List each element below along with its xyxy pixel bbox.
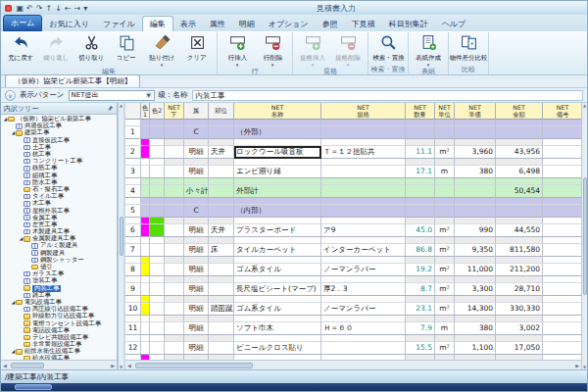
検索・置換-button[interactable]: 検索・置換 (370, 33, 406, 65)
cell-num[interactable]: 4 (125, 185, 141, 198)
cell-shita[interactable] (165, 303, 184, 316)
table-hscrollbar[interactable]: ◀▶ (125, 360, 581, 369)
cell-amount[interactable]: 43,956 (496, 146, 543, 159)
cell-num[interactable]: 2 (125, 146, 141, 159)
cell-qty[interactable] (406, 126, 435, 139)
cell-amount[interactable]: 28,710 (496, 283, 543, 296)
column-header-kikaku[interactable]: NET 規格 (321, 103, 406, 120)
cell-qty[interactable]: 19.2 (406, 264, 435, 276)
cell-unit[interactable]: m² (435, 224, 455, 237)
cell-price[interactable] (455, 185, 496, 198)
cell-num[interactable]: 1 (125, 126, 141, 139)
tree-item-18[interactable]: アルミ製建具 (1, 242, 117, 249)
tree-item-3[interactable]: 直接仮設工事 (1, 137, 117, 144)
cell-shita[interactable] (165, 283, 184, 296)
column-header-zoku[interactable]: 属 (184, 103, 209, 120)
cell-bui[interactable]: 踏面蹴上 (209, 303, 234, 316)
scroll-left-icon[interactable]: ◀ (1, 363, 9, 368)
tree-item-23[interactable]: 塗装工事 (1, 277, 117, 284)
pin-icon[interactable] (107, 105, 114, 112)
cell-unit[interactable] (435, 185, 455, 198)
cell-note[interactable] (543, 185, 581, 198)
document-tab[interactable]: （仮称）協栄ビル新築工事【明細】 (5, 74, 140, 87)
コピー-button[interactable]: コピー (109, 33, 144, 67)
taskbar-button[interactable] (15, 384, 52, 390)
切り取り-button[interactable]: 切り取り (74, 33, 109, 67)
tree-item-26[interactable]: ◢電気設備工事 (1, 299, 117, 306)
scroll-up-icon[interactable]: ▲ (120, 103, 122, 108)
cell-kikaku[interactable]: インターカーペット (321, 244, 406, 257)
cell-c1[interactable] (141, 185, 150, 198)
tree-item-6[interactable]: コンクリート工事 (1, 158, 117, 165)
cell-bui[interactable] (209, 166, 234, 178)
cell-amount[interactable]: 811,580 (496, 244, 543, 257)
down-icon[interactable]: ↓ (55, 4, 62, 13)
cell-shita[interactable] (165, 166, 184, 178)
cell-unit[interactable]: m (435, 166, 455, 178)
column-header-unit[interactable]: NET 単位 (435, 103, 455, 120)
cell-unit[interactable]: m² (435, 146, 455, 159)
cell-c1[interactable] (141, 166, 150, 178)
tree-item-8[interactable]: 組積工事 (1, 172, 117, 179)
cell-num[interactable]: 6 (125, 224, 141, 237)
column-header-note[interactable]: NET 備考 (543, 103, 581, 120)
cell-price[interactable]: 990 (455, 224, 496, 237)
cell-num[interactable]: 5 (125, 205, 141, 218)
ribbon-tab-1[interactable]: お気に入り (42, 17, 96, 31)
cell-zoku[interactable]: 明細 (184, 146, 209, 159)
cell-c1[interactable] (141, 264, 150, 276)
cell-c2[interactable] (150, 166, 165, 178)
ribbon-tab-0[interactable]: ホーム (3, 15, 42, 31)
cell-c1[interactable] (141, 205, 150, 218)
redo-icon[interactable]: ↷ (36, 4, 43, 13)
cell-price[interactable]: 14,300 (455, 303, 496, 316)
tree-item-13[interactable]: 屋根外装工事 (1, 207, 117, 214)
column-header-shita[interactable]: NET 下 (165, 103, 184, 120)
行挿入-button[interactable]: 行挿入▾ (220, 33, 255, 67)
cell-amount[interactable]: 17,050 (496, 342, 543, 355)
ribbon-tab-10[interactable]: 科目別集計 (382, 17, 435, 31)
cell-name[interactable]: （外部） (234, 126, 321, 139)
tree-item-10[interactable]: 石・擬石工事 (1, 186, 117, 193)
cell-zoku[interactable]: 明細 (184, 283, 209, 296)
column-header-c2[interactable]: 色2 (150, 103, 165, 120)
cell-zoku[interactable]: C (184, 126, 209, 139)
cell-kikaku[interactable]: ノーマンラバー (321, 303, 406, 316)
cell-price[interactable]: 3,300 (455, 283, 496, 296)
tree-item-16[interactable]: 木製建具工事 (1, 228, 117, 235)
cell-shita[interactable] (165, 146, 184, 159)
cell-bui[interactable]: 天井 (209, 224, 234, 237)
cell-amount[interactable]: 50,454 (496, 185, 543, 198)
cell-note[interactable] (543, 264, 581, 276)
left-icon[interactable]: ← (65, 4, 72, 13)
cell-shita[interactable] (165, 244, 184, 257)
cell-amount[interactable]: 330,330 (496, 303, 543, 316)
cell-qty[interactable]: 23.1 (406, 303, 435, 316)
cell-c2[interactable] (150, 205, 165, 218)
物件差分比較-button[interactable]: 物件差分比較 (451, 33, 486, 65)
cell-zoku[interactable]: 明細 (184, 342, 209, 355)
元に戻す-button[interactable]: 元に戻す (3, 33, 38, 67)
up-icon[interactable]: ↑ (45, 4, 52, 13)
cell-c2[interactable] (150, 342, 165, 355)
cell-name[interactable]: エンビ廻り縁 (234, 166, 321, 178)
cell-zoku[interactable]: 明細 (184, 224, 209, 237)
cell-unit[interactable] (435, 126, 455, 139)
tree-item-17[interactable]: ◢金属製建具工事 (1, 235, 117, 242)
cell-kikaku[interactable]: 厚2．3 (321, 283, 406, 296)
cell-c2[interactable] (150, 244, 165, 257)
cell-kikaku[interactable] (321, 166, 406, 178)
cell-name[interactable]: ロックウール吸音板 (234, 146, 321, 159)
cell-c1[interactable] (141, 322, 150, 335)
tree-item-11[interactable]: タイル工事 (1, 193, 117, 200)
cell-c2[interactable] (150, 146, 165, 159)
cell-num[interactable]: 12 (125, 342, 141, 355)
cell-unit[interactable] (435, 205, 455, 218)
ribbon-tab-8[interactable]: 参照 (316, 17, 345, 31)
table-vscrollbar[interactable]: ▲▼ (581, 103, 587, 369)
tree-item-4[interactable]: 土工事 (1, 144, 117, 151)
column-header-num[interactable] (125, 103, 141, 120)
save-icon[interactable]: ▣ (17, 4, 24, 13)
cell-zoku[interactable]: 明細 (184, 322, 209, 335)
cell-note[interactable] (543, 303, 581, 316)
